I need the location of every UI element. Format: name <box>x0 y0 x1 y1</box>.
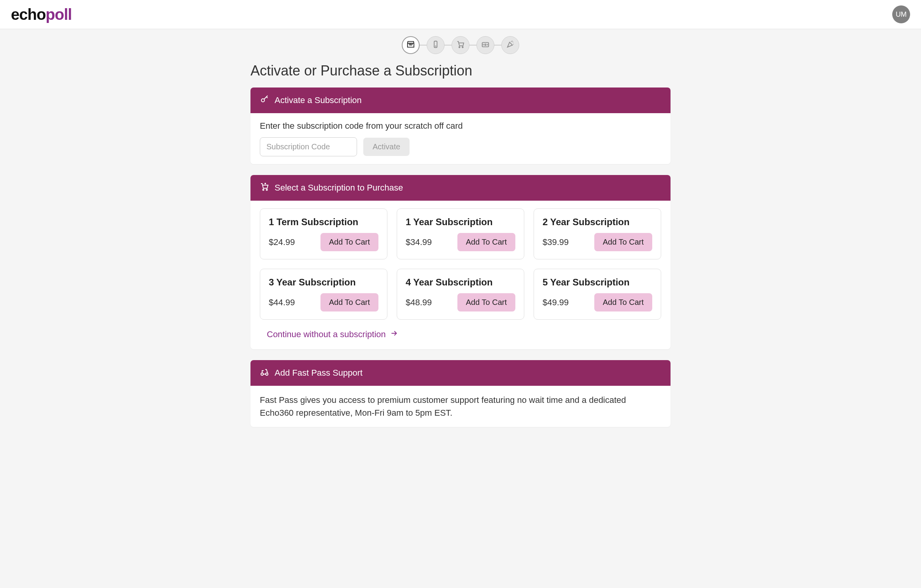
cart-add-icon <box>260 182 269 194</box>
step-connector <box>469 45 476 46</box>
svg-point-9 <box>261 373 263 375</box>
select-panel-header: Select a Subscription to Purchase <box>250 175 671 201</box>
activate-button[interactable]: Activate <box>363 138 410 156</box>
svg-point-2 <box>459 46 460 47</box>
activate-header-label: Activate a Subscription <box>275 95 362 105</box>
plan-row: $44.99 Add To Cart <box>269 293 378 312</box>
main-container: Activate or Purchase a Subscription Acti… <box>247 29 674 453</box>
plan-title: 5 Year Subscription <box>543 277 652 288</box>
top-bar: echopoll UM <box>0 0 921 29</box>
activate-panel: Activate a Subscription Enter the subscr… <box>250 88 671 164</box>
plan-row: $24.99 Add To Cart <box>269 233 378 251</box>
device-icon <box>431 40 440 51</box>
activate-panel-header: Activate a Subscription <box>250 88 671 113</box>
add-to-cart-button[interactable]: Add To Cart <box>594 293 652 312</box>
plan-title: 1 Term Subscription <box>269 217 378 228</box>
plan-price: $34.99 <box>406 237 432 247</box>
user-avatar[interactable]: UM <box>892 5 910 23</box>
cart-icon <box>456 40 465 51</box>
step-connector <box>445 45 452 46</box>
plan-title: 4 Year Subscription <box>406 277 515 288</box>
plan-card: 3 Year Subscription $44.99 Add To Cart <box>260 269 387 320</box>
fastpass-description: Fast Pass gives you access to premium cu… <box>260 394 661 419</box>
avatar-initials: UM <box>896 10 907 19</box>
add-to-cart-button[interactable]: Add To Cart <box>594 233 652 251</box>
fastpass-panel: Add Fast Pass Support Fast Pass gives yo… <box>250 360 671 427</box>
svg-point-8 <box>266 189 268 191</box>
step-store[interactable] <box>402 36 420 54</box>
fastpass-header-label: Add Fast Pass Support <box>275 368 362 378</box>
step-cart <box>452 36 469 54</box>
step-connector <box>494 45 501 46</box>
plan-price: $39.99 <box>543 237 569 247</box>
store-icon <box>406 40 415 51</box>
plan-row: $39.99 Add To Cart <box>543 233 652 251</box>
confetti-icon <box>506 40 515 51</box>
plan-row: $49.99 Add To Cart <box>543 293 652 312</box>
add-to-cart-button[interactable]: Add To Cart <box>457 293 515 312</box>
continue-without-subscription-link[interactable]: Continue without a subscription <box>267 329 398 340</box>
scooter-icon <box>260 367 269 379</box>
page-title: Activate or Purchase a Subscription <box>250 63 671 79</box>
plan-price: $24.99 <box>269 237 295 247</box>
plan-card: 4 Year Subscription $48.99 Add To Cart <box>397 269 524 320</box>
code-row: Activate <box>260 137 661 156</box>
plan-title: 2 Year Subscription <box>543 217 652 228</box>
plan-row: $34.99 Add To Cart <box>406 233 515 251</box>
plan-price: $49.99 <box>543 298 569 308</box>
svg-point-10 <box>266 373 268 375</box>
select-panel: Select a Subscription to Purchase 1 Term… <box>250 175 671 349</box>
add-to-cart-button[interactable]: Add To Cart <box>320 293 378 312</box>
plan-card: 2 Year Subscription $39.99 Add To Cart <box>534 208 661 259</box>
select-header-label: Select a Subscription to Purchase <box>275 183 403 193</box>
plan-title: 3 Year Subscription <box>269 277 378 288</box>
add-to-cart-button[interactable]: Add To Cart <box>320 233 378 251</box>
continue-link-label: Continue without a subscription <box>267 329 386 340</box>
fastpass-panel-header: Add Fast Pass Support <box>250 360 671 386</box>
select-panel-body: 1 Term Subscription $24.99 Add To Cart 1… <box>250 201 671 349</box>
step-complete <box>501 36 519 54</box>
payment-icon <box>481 40 490 51</box>
add-to-cart-button[interactable]: Add To Cart <box>457 233 515 251</box>
progress-stepper <box>250 29 671 57</box>
svg-point-3 <box>462 46 463 47</box>
logo-echo: echo <box>11 6 46 23</box>
brand-logo[interactable]: echopoll <box>11 6 72 23</box>
step-connector <box>420 45 427 46</box>
plan-card: 1 Term Subscription $24.99 Add To Cart <box>260 208 387 259</box>
svg-point-5 <box>485 44 486 46</box>
svg-point-7 <box>263 189 264 191</box>
plan-card: 5 Year Subscription $49.99 Add To Cart <box>534 269 661 320</box>
step-payment <box>476 36 494 54</box>
fastpass-panel-body: Fast Pass gives you access to premium cu… <box>250 386 671 427</box>
svg-point-6 <box>261 99 264 102</box>
svg-rect-0 <box>434 41 437 47</box>
key-icon <box>260 94 269 106</box>
step-device <box>427 36 445 54</box>
activate-panel-body: Enter the subscription code from your sc… <box>250 113 671 164</box>
plan-price: $44.99 <box>269 298 295 308</box>
plan-cards-grid: 1 Term Subscription $24.99 Add To Cart 1… <box>260 208 661 320</box>
subscription-code-input[interactable] <box>260 137 357 156</box>
plan-price: $48.99 <box>406 298 432 308</box>
logo-poll: poll <box>46 6 72 23</box>
plan-row: $48.99 Add To Cart <box>406 293 515 312</box>
activate-instruction: Enter the subscription code from your sc… <box>260 121 661 131</box>
plan-card: 1 Year Subscription $34.99 Add To Cart <box>397 208 524 259</box>
plan-title: 1 Year Subscription <box>406 217 515 228</box>
arrow-right-icon <box>390 329 398 340</box>
